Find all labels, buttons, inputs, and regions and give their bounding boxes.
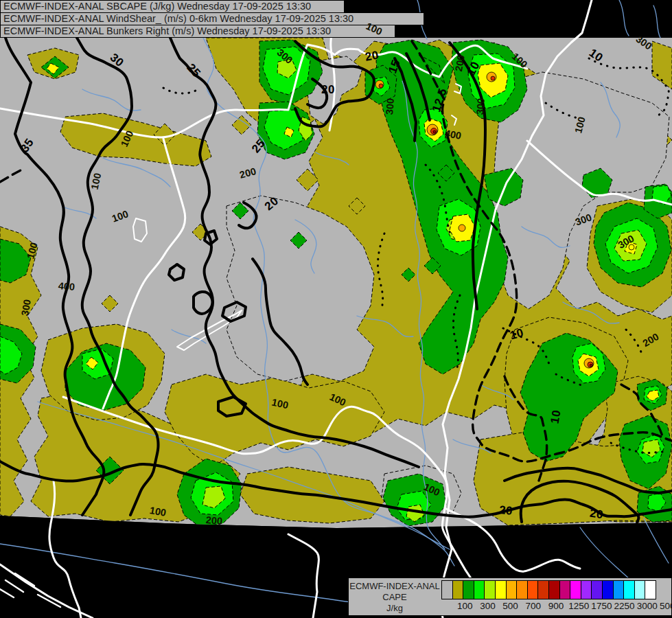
legend-color-cell xyxy=(623,580,635,599)
title-line-bunkers: ECMWF-INDEX-ANAL Bunkers Right (m/s) Wed… xyxy=(0,25,395,38)
legend-color-cell xyxy=(634,580,646,599)
legend-title: ECMWF-INDEX-ANAL xyxy=(349,581,441,591)
legend-tick-label: 500 xyxy=(502,601,518,611)
title-line-windshear: ECMWF-INDEX-ANAL WindShear_ (m/s) 0-6km … xyxy=(0,12,424,25)
legend-color-cell xyxy=(537,580,549,599)
legend-color-cell xyxy=(570,580,581,599)
legend-tick-label: 2250 xyxy=(614,601,635,611)
legend-color-cell xyxy=(548,580,560,599)
legend-color-cell xyxy=(527,580,539,599)
legend-color-cell xyxy=(645,580,656,599)
map-canvas xyxy=(0,0,672,618)
legend-tick-label: 5000 xyxy=(660,601,672,611)
legend-tick-label: 3000 xyxy=(637,601,658,611)
weather-map-stage: ECMWF-INDEX-ANAL SBCAPE (J/kg) Wednesday… xyxy=(0,0,672,618)
legend-color-cell xyxy=(591,580,603,599)
legend-tick-label: 1250 xyxy=(568,601,589,611)
title-line-sbcape: ECMWF-INDEX-ANAL SBCAPE (J/kg) Wednesday… xyxy=(0,0,345,13)
cape-fill-layer xyxy=(0,38,672,528)
legend-color-cell xyxy=(516,580,528,599)
legend-color-cell xyxy=(484,580,496,599)
legend-tick-labels: 10030050070090012501750225030005000 xyxy=(349,601,672,613)
legend-color-cell xyxy=(559,580,571,599)
legend-color-cell xyxy=(506,580,518,599)
legend-color-cell xyxy=(474,580,485,599)
legend-color-cell xyxy=(613,580,625,599)
legend-color-cell xyxy=(441,580,453,599)
legend-tick-label: 1750 xyxy=(591,601,612,611)
legend-color-cell xyxy=(463,580,474,599)
legend-color-cell xyxy=(495,580,507,599)
legend-color-cell xyxy=(602,580,614,599)
legend-color-cell xyxy=(581,580,592,599)
legend-tick-label: 100 xyxy=(457,601,473,611)
legend-color-bar xyxy=(442,580,656,599)
legend: ECMWF-INDEX-ANAL CAPE J/kg 1003005007009… xyxy=(348,577,672,616)
legend-tick-label: 300 xyxy=(480,601,496,611)
legend-tick-label: 900 xyxy=(548,601,564,611)
legend-color-cell xyxy=(452,580,464,599)
legend-tick-label: 700 xyxy=(526,601,542,611)
